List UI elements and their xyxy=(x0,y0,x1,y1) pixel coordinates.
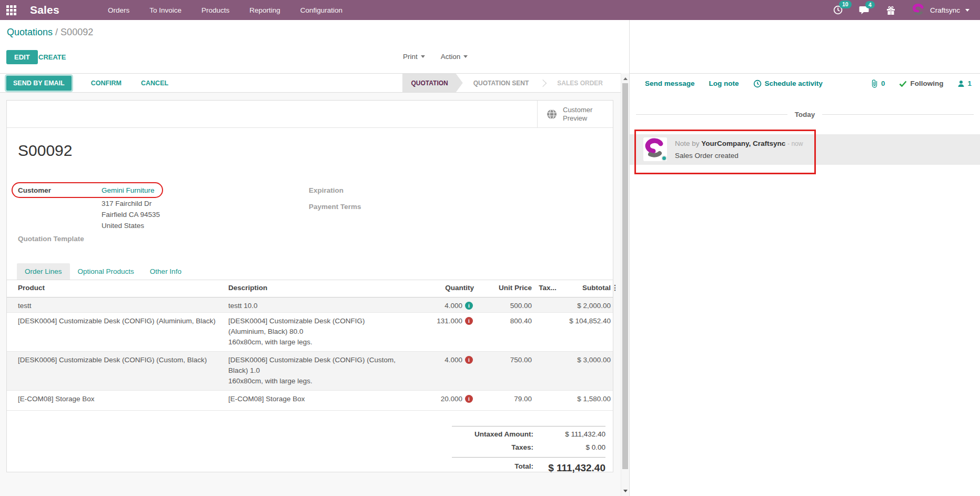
message-header: Note by YourCompany, Craftsync - now xyxy=(675,140,803,147)
cancel-button[interactable]: CANCEL xyxy=(141,80,168,87)
stock-info-red-icon[interactable]: i xyxy=(465,356,473,364)
activities-button[interactable]: 10 xyxy=(833,5,843,15)
menu-orders[interactable]: Orders xyxy=(108,6,129,14)
app-name[interactable]: Sales xyxy=(30,4,59,16)
menu-products[interactable]: Products xyxy=(201,6,229,14)
create-button[interactable]: CREATE xyxy=(38,53,66,61)
tab-order-lines[interactable]: Order Lines xyxy=(17,263,70,280)
col-product[interactable]: Product xyxy=(18,280,228,297)
table-row[interactable]: testt testt 10.0 4.000 i 500.00 $ 2,000.… xyxy=(7,297,613,313)
customer-field-value[interactable]: Gemini Furniture xyxy=(102,186,155,194)
edit-button[interactable]: EDIT xyxy=(6,50,38,64)
apps-grid-icon[interactable] xyxy=(6,5,16,15)
cell-description: [DESK0004] Customizable Desk (CONFIG) (A… xyxy=(228,313,405,351)
cell-product: testt xyxy=(18,297,228,314)
person-icon xyxy=(957,80,965,87)
col-quantity[interactable]: Quantity xyxy=(405,280,474,297)
address-city: Fairfield CA 94535 xyxy=(102,209,160,220)
attachment-count: 0 xyxy=(881,80,885,87)
table-row[interactable]: [DESK0006] Customizable Desk (CONFIG) (C… xyxy=(7,352,613,391)
table-row[interactable]: [DESK0004] Customizable Desk (CONFIG) (A… xyxy=(7,313,613,352)
breadcrumb-quotations[interactable]: Quotations xyxy=(7,27,53,37)
taxes-row: Taxes: $ 0.00 xyxy=(452,440,605,453)
payment-terms-label: Payment Terms xyxy=(309,203,361,211)
chatter-toolbar: Send message Log note Schedule activity … xyxy=(630,73,980,93)
print-dropdown[interactable]: Print xyxy=(403,53,425,61)
customer-field-label: Customer xyxy=(18,186,51,194)
user-menu[interactable]: Craftsync xyxy=(912,3,969,17)
cell-taxes xyxy=(532,297,563,304)
messages-badge: 4 xyxy=(865,1,875,9)
cell-unit-price: 800.40 xyxy=(474,313,532,330)
quotation-template-label: Quotation Template xyxy=(18,235,84,243)
chatter-panel: Send message Log note Schedule activity … xyxy=(629,20,980,496)
table-options-kebab-icon[interactable]: ⋮ xyxy=(611,280,619,297)
notebook-tabs: Order Lines Optional Products Other Info xyxy=(7,263,613,280)
vertical-scrollbar[interactable] xyxy=(621,73,629,496)
menu-configuration[interactable]: Configuration xyxy=(300,6,342,14)
chevron-down-icon xyxy=(421,55,425,58)
menu-reporting[interactable]: Reporting xyxy=(249,6,280,14)
col-subtotal[interactable]: Subtotal xyxy=(563,280,611,297)
log-note-button[interactable]: Log note xyxy=(709,80,739,87)
cell-quantity: 4.000 xyxy=(405,297,462,314)
breadcrumb-separator: / xyxy=(55,27,58,37)
send-message-button[interactable]: Send message xyxy=(645,80,695,87)
form-view-column: SEND BY EMAIL CONFIRM CANCEL QUOTATION Q… xyxy=(0,73,629,496)
followers-button[interactable]: 1 xyxy=(957,80,972,87)
totals-block: Untaxed Amount: $ 111,432.40 Taxes: $ 0.… xyxy=(452,426,605,475)
statusbar: SEND BY EMAIL CONFIRM CANCEL QUOTATION Q… xyxy=(0,73,621,93)
following-button[interactable]: Following xyxy=(899,80,943,87)
triangle-down-icon xyxy=(623,490,628,492)
scrollbar-thumb[interactable] xyxy=(622,83,628,469)
cell-taxes xyxy=(532,391,563,397)
message-body: Sales Order created xyxy=(675,152,739,160)
note-author[interactable]: YourCompany, Craftsync xyxy=(701,140,785,147)
send-by-email-button[interactable]: SEND BY EMAIL xyxy=(6,76,72,91)
stock-info-red-icon[interactable]: i xyxy=(465,395,473,403)
gift-icon xyxy=(886,5,896,15)
stage-sales-order[interactable]: SALES ORDER xyxy=(547,74,613,92)
paperclip-icon xyxy=(871,79,878,88)
col-taxes[interactable]: Tax... xyxy=(532,280,563,297)
action-dropdown[interactable]: Action xyxy=(441,53,468,61)
customer-address: 317 Fairchild Dr Fairfield CA 94535 Unit… xyxy=(102,198,160,231)
tab-optional-products[interactable]: Optional Products xyxy=(70,263,142,280)
tab-other-info[interactable]: Other Info xyxy=(142,263,189,280)
col-unit-price[interactable]: Unit Price xyxy=(474,280,532,297)
address-country: United States xyxy=(102,220,160,231)
stock-info-green-icon[interactable]: i xyxy=(465,302,473,310)
cell-unit-price: 79.00 xyxy=(474,391,532,408)
scroll-down-button[interactable] xyxy=(621,487,630,495)
online-status-dot xyxy=(661,155,667,161)
date-divider: Today xyxy=(636,111,974,118)
cell-taxes xyxy=(532,313,563,319)
chevron-down-icon xyxy=(463,55,468,58)
table-row[interactable]: [E-COM08] Storage Box [E-COM08] Storage … xyxy=(7,391,613,411)
quotation-number-title: S00092 xyxy=(18,142,72,160)
cell-taxes xyxy=(532,352,563,358)
globe-icon xyxy=(546,108,558,120)
chatter-message[interactable]: Note by YourCompany, Craftsync - now Sal… xyxy=(630,134,980,165)
total-value: $ 111,432.40 xyxy=(533,462,605,474)
referral-button[interactable] xyxy=(886,5,896,15)
stage-quotation[interactable]: QUOTATION xyxy=(402,74,463,92)
stage-quotation-sent[interactable]: QUOTATION SENT xyxy=(463,74,540,92)
print-label: Print xyxy=(403,53,418,61)
chevron-down-icon xyxy=(965,9,969,12)
confirm-button[interactable]: CONFIRM xyxy=(91,80,122,87)
schedule-activity-button[interactable]: Schedule activity xyxy=(753,80,823,88)
messages-button[interactable]: 4 xyxy=(859,5,870,15)
scroll-up-button[interactable] xyxy=(621,74,630,83)
taxes-value: $ 0.00 xyxy=(533,443,605,451)
menu-to-invoice[interactable]: To Invoice xyxy=(149,6,181,14)
stock-info-red-icon[interactable]: i xyxy=(465,317,473,325)
quotation-sheet: Customer Preview S00092 Customer Gemini … xyxy=(6,100,613,472)
user-name: Craftsync xyxy=(930,6,960,14)
top-navbar: Sales Orders To Invoice Products Reporti… xyxy=(0,0,980,20)
company-logo-avatar xyxy=(912,3,926,17)
total-label: Total: xyxy=(452,462,533,474)
attachments-button[interactable]: 0 xyxy=(871,79,885,88)
col-description[interactable]: Description xyxy=(228,280,405,297)
customer-preview-button[interactable]: Customer Preview xyxy=(537,101,613,128)
